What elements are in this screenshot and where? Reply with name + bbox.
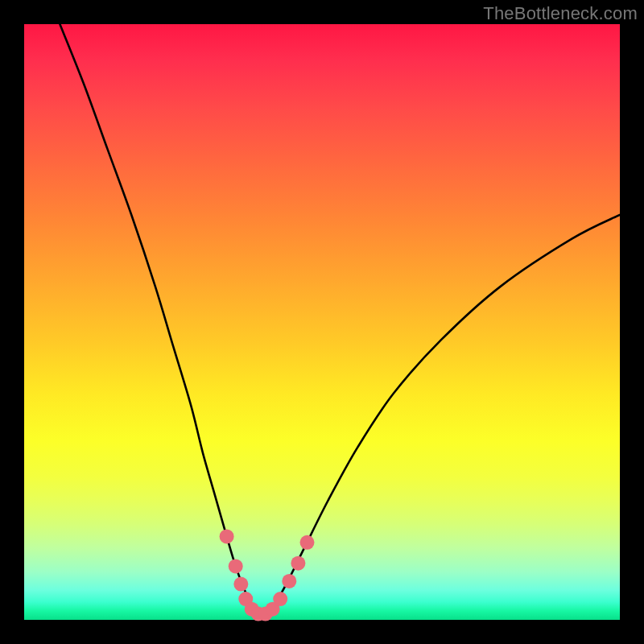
watermark-text: TheBottleneck.com: [483, 3, 638, 24]
curve-marker: [300, 535, 315, 550]
curve-layer: [24, 24, 620, 620]
curve-marker: [233, 577, 248, 592]
bottleneck-curve-path: [60, 24, 620, 617]
curve-marker: [291, 556, 305, 571]
chart-frame: TheBottleneck.com: [0, 0, 644, 644]
curve-markers: [220, 529, 315, 621]
curve-marker: [220, 529, 234, 543]
curve-marker: [282, 574, 296, 588]
curve-marker: [229, 559, 243, 573]
bottleneck-curve: [60, 24, 620, 617]
curve-marker: [273, 592, 287, 606]
